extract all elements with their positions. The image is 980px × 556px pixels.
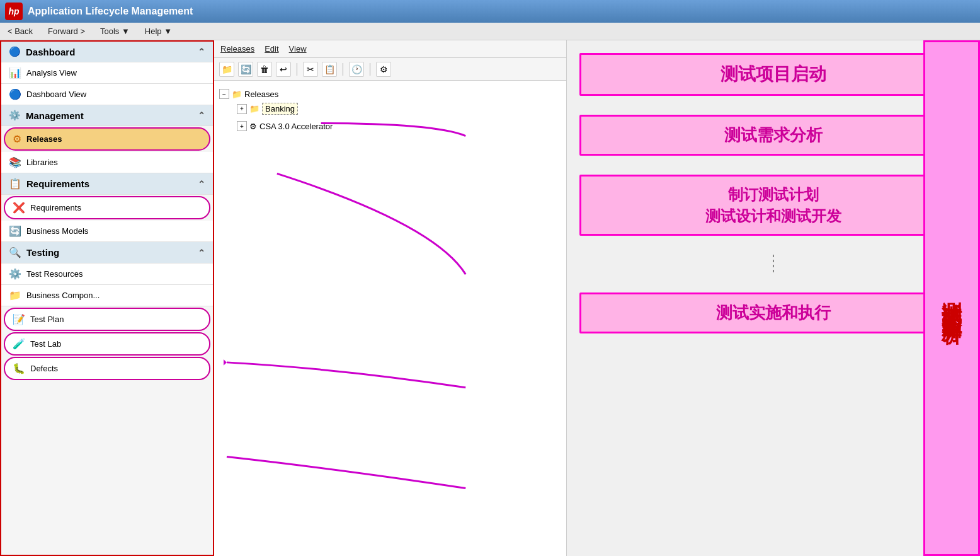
toolbar-btn-copy[interactable]: 📋	[322, 62, 337, 77]
panel-toolbar: 📁 🔄 🗑 ↩ ✂ 📋 🕐 ⚙	[214, 58, 566, 81]
sidebar-label-requirements-header: Requirements	[26, 178, 89, 189]
test-resources-icon: ⚙️	[9, 268, 21, 280]
forward-button[interactable]: Forward >	[45, 25, 88, 37]
sidebar-label-test-plan: Test Plan	[30, 315, 64, 324]
tools-menu[interactable]: Tools ▼	[98, 25, 132, 37]
sidebar-item-management[interactable]: ⚙️ Management ⌃	[1, 105, 213, 126]
analysis-view-icon: 📊	[9, 67, 21, 79]
toolbar-btn-clock[interactable]: 🕐	[349, 62, 364, 77]
tree-banking-label: Banking	[262, 103, 298, 115]
content-box-3-line1: 制订测试计划	[596, 184, 950, 206]
panel-menu-view[interactable]: View	[289, 44, 307, 54]
dotted-vline	[773, 255, 774, 274]
sidebar-item-test-resources[interactable]: ⚙️ Test Resources	[1, 264, 213, 285]
panel-menu-releases[interactable]: Releases	[220, 44, 254, 54]
sidebar-item-libraries[interactable]: 📚 Libraries	[1, 152, 213, 173]
tree-csa-expand[interactable]: +	[237, 121, 247, 131]
requirements-icon: ❌	[13, 202, 25, 214]
requirements-header-icon: 📋	[9, 178, 21, 190]
sidebar-label-dashboard: Dashboard	[26, 47, 75, 57]
tree-csa-icon: ⚙	[249, 122, 257, 131]
content-box-2: 测试需求分析	[579, 115, 967, 156]
sidebar-label-analysis-view: Analysis View	[26, 68, 77, 78]
tree-root-folder-icon: 📁	[232, 90, 242, 99]
sidebar-item-business-components[interactable]: 📁 Business Compon...	[1, 285, 213, 306]
sidebar-label-dashboard-view: Dashboard View	[26, 90, 86, 99]
toolbar-btn-cut[interactable]: ✂	[303, 62, 318, 77]
dashboard-view-icon: 🔵	[9, 88, 21, 100]
sidebar-item-dashboard[interactable]: 🔵 Dashboard ⌃	[1, 42, 213, 62]
svg-marker-0	[224, 359, 227, 366]
panel-menu-edit[interactable]: Edit	[265, 44, 278, 54]
help-menu[interactable]: Help ▼	[142, 25, 174, 37]
content-box-2-text: 测试需求分析	[724, 125, 823, 144]
dashboard-icon: 🔵	[9, 46, 21, 57]
panel-tree: − 📁 Releases + 📁 Banking + ⚙ CSA 3.0 Acc…	[214, 81, 566, 556]
toolbar-btn-new[interactable]: 📁	[219, 62, 234, 77]
chevron-icon-requirements: ⌃	[198, 179, 205, 189]
libraries-icon: 📚	[9, 156, 21, 168]
center-panel: Releases Edit View 📁 🔄 🗑 ↩ ✂ 📋 🕐 ⚙ − 📁 R…	[214, 40, 567, 556]
content-box-3: 制订测试计划 测试设计和测试开发	[579, 175, 967, 236]
logo-text: hp	[8, 6, 19, 16]
content-box-4: 测试实施和执行	[579, 292, 967, 333]
sidebar-item-business-models[interactable]: 🔄 Business Models	[1, 221, 213, 242]
tree-root-label: Releases	[244, 90, 278, 99]
chevron-icon-management: ⌃	[198, 110, 205, 120]
sidebar-label-releases: Releases	[26, 134, 62, 144]
business-components-icon: 📁	[9, 289, 21, 301]
content-box-1-text: 测试项目启动	[721, 64, 826, 84]
toolbar-btn-delete[interactable]: 🗑	[257, 62, 272, 77]
toolbar-btn-settings[interactable]: ⚙	[376, 62, 391, 77]
dotted-line-area	[579, 255, 967, 274]
right-content-panel: 测试项目启动 测试需求分析 制订测试计划 测试设计和测试开发 测试实施和执行	[567, 40, 980, 556]
sidebar-item-analysis-view[interactable]: 📊 Analysis View	[1, 62, 213, 84]
toolbar-btn-undo[interactable]: ↩	[276, 62, 291, 77]
content-box-3-line2: 测试设计和测试开发	[596, 206, 950, 227]
sidebar-item-defects[interactable]: 🐛 Defects	[4, 357, 210, 380]
sidebar-item-dashboard-view[interactable]: 🔵 Dashboard View	[1, 84, 213, 105]
tree-node-csa[interactable]: + ⚙ CSA 3.0 Accelerator	[237, 119, 561, 133]
sidebar-label-business-components: Business Compon...	[26, 291, 100, 300]
content-box-4-text: 测试实施和执行	[716, 303, 831, 322]
sidebar-label-defects: Defects	[30, 364, 58, 373]
sidebar-item-test-plan[interactable]: 📝 Test Plan	[4, 308, 210, 331]
sidebar-label-requirements: Requirements	[30, 203, 81, 212]
defects-icon: 🐛	[13, 362, 25, 374]
chevron-icon-dashboard: ⌃	[198, 47, 205, 57]
sidebar-item-requirements-header[interactable]: 📋 Requirements ⌃	[1, 173, 213, 195]
title-bar: hp Application Lifecycle Management	[0, 0, 980, 23]
testing-icon: 🔍	[9, 246, 21, 258]
toolbar-separator-3	[370, 63, 370, 76]
sidebar-label-testing: Testing	[26, 247, 59, 258]
app-title: Application Lifecycle Management	[28, 6, 193, 17]
menu-bar: < Back Forward > Tools ▼ Help ▼	[0, 23, 980, 40]
toolbar-separator-1	[297, 63, 297, 76]
sidebar-label-business-models: Business Models	[26, 226, 88, 236]
business-models-icon: 🔄	[9, 225, 21, 237]
sidebar-label-libraries: Libraries	[26, 158, 58, 167]
tree-node-banking[interactable]: + 📁 Banking	[237, 101, 561, 117]
app-logo: hp	[5, 3, 23, 20]
back-button[interactable]: < Back	[5, 25, 35, 37]
sidebar-item-test-lab[interactable]: 🧪 Test Lab	[4, 332, 210, 356]
sidebar-item-releases[interactable]: ⚙ Releases	[4, 127, 210, 151]
content-box-1: 测试项目启动	[579, 53, 967, 96]
tree-children: + 📁 Banking + ⚙ CSA 3.0 Accelerator	[237, 101, 561, 133]
toolbar-separator-2	[343, 63, 343, 76]
sidebar: 🔵 Dashboard ⌃ 📊 Analysis View 🔵 Dashboar…	[0, 40, 214, 556]
panel-menu: Releases Edit View	[214, 40, 566, 58]
main-area: 🔵 Dashboard ⌃ 📊 Analysis View 🔵 Dashboar…	[0, 40, 980, 556]
sidebar-item-testing[interactable]: 🔍 Testing ⌃	[1, 242, 213, 264]
chevron-icon-testing: ⌃	[198, 248, 205, 258]
tree-root-expand[interactable]: −	[219, 89, 229, 99]
tree-csa-label: CSA 3.0 Accelerator	[259, 122, 333, 131]
management-icon: ⚙️	[9, 110, 21, 121]
sidebar-item-requirements[interactable]: ❌ Requirements	[4, 196, 210, 219]
far-right-label: 测试结果的审查和分析	[923, 40, 980, 556]
sidebar-label-test-resources: Test Resources	[26, 269, 83, 279]
tree-root[interactable]: − 📁 Releases	[219, 87, 561, 101]
sidebar-label-test-lab: Test Lab	[30, 339, 61, 349]
toolbar-btn-refresh[interactable]: 🔄	[238, 62, 253, 77]
tree-banking-expand[interactable]: +	[237, 104, 247, 114]
